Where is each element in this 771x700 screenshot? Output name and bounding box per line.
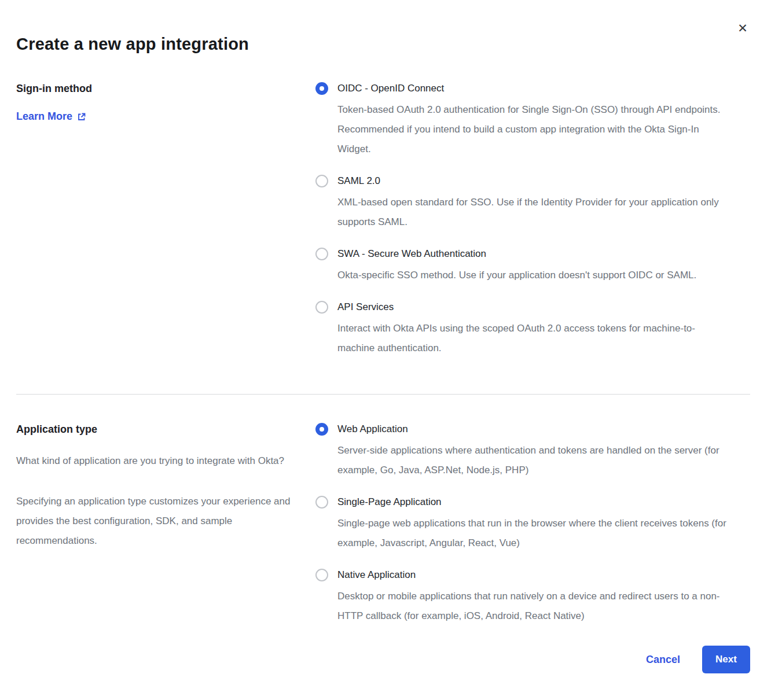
option-description: Desktop or mobile applications that run … bbox=[337, 587, 729, 626]
radio-icon-api-services[interactable] bbox=[315, 301, 328, 314]
radio-icon-saml[interactable] bbox=[315, 175, 328, 187]
page-title: Create a new app integration bbox=[16, 0, 750, 54]
option-label: API Services bbox=[337, 300, 729, 314]
radio-option-saml[interactable]: SAML 2.0 XML-based open standard for SSO… bbox=[315, 174, 729, 232]
application-type-helper: Specifying an application type customize… bbox=[16, 492, 302, 551]
option-description: Single-page web applications that run in… bbox=[337, 514, 729, 553]
radio-option-oidc[interactable]: OIDC - OpenID Connect Token-based OAuth … bbox=[315, 82, 729, 159]
next-button[interactable]: Next bbox=[702, 646, 750, 673]
radio-option-api-services[interactable]: API Services Interact with Okta APIs usi… bbox=[315, 300, 729, 358]
radio-icon-native-application[interactable] bbox=[315, 569, 328, 581]
radio-icon-swa[interactable] bbox=[315, 248, 328, 260]
radio-icon-web-application[interactable] bbox=[315, 423, 328, 436]
option-label: Web Application bbox=[337, 422, 729, 436]
learn-more-label: Learn More bbox=[16, 110, 72, 123]
radio-icon-oidc[interactable] bbox=[315, 82, 328, 95]
option-label: OIDC - OpenID Connect bbox=[337, 82, 729, 95]
option-description: Interact with Okta APIs using the scoped… bbox=[337, 319, 729, 358]
radio-option-web-application[interactable]: Web Application Server-side applications… bbox=[315, 422, 729, 480]
radio-icon-single-page-application[interactable] bbox=[315, 496, 328, 509]
radio-option-native-application[interactable]: Native Application Desktop or mobile app… bbox=[315, 568, 729, 626]
signin-method-section: Sign-in method Learn More OIDC - OpenID … bbox=[16, 82, 750, 358]
section-divider bbox=[16, 394, 750, 395]
close-icon[interactable]: ✕ bbox=[735, 21, 750, 36]
application-type-label: Application type bbox=[16, 422, 302, 436]
option-description: Server-side applications where authentic… bbox=[337, 441, 729, 480]
external-link-icon bbox=[77, 112, 86, 121]
cancel-button[interactable]: Cancel bbox=[646, 654, 680, 666]
dialog-footer: Cancel Next bbox=[646, 646, 750, 673]
signin-method-label: Sign-in method bbox=[16, 82, 302, 95]
option-description: Okta-specific SSO method. Use if your ap… bbox=[337, 266, 696, 285]
create-app-integration-dialog: ✕ Create a new app integration Sign-in m… bbox=[0, 0, 771, 700]
application-type-section: Application type What kind of applicatio… bbox=[16, 422, 750, 626]
learn-more-link[interactable]: Learn More bbox=[16, 110, 86, 123]
radio-option-single-page-application[interactable]: Single-Page Application Single-page web … bbox=[315, 495, 729, 553]
radio-option-swa[interactable]: SWA - Secure Web Authentication Okta-spe… bbox=[315, 247, 729, 285]
option-label: SWA - Secure Web Authentication bbox=[337, 247, 696, 261]
application-type-intro: What kind of application are you trying … bbox=[16, 451, 302, 471]
option-label: Single-Page Application bbox=[337, 495, 729, 509]
option-label: SAML 2.0 bbox=[337, 174, 729, 188]
option-description: Token-based OAuth 2.0 authentication for… bbox=[337, 100, 729, 159]
option-description: XML-based open standard for SSO. Use if … bbox=[337, 193, 729, 232]
option-label: Native Application bbox=[337, 568, 729, 582]
